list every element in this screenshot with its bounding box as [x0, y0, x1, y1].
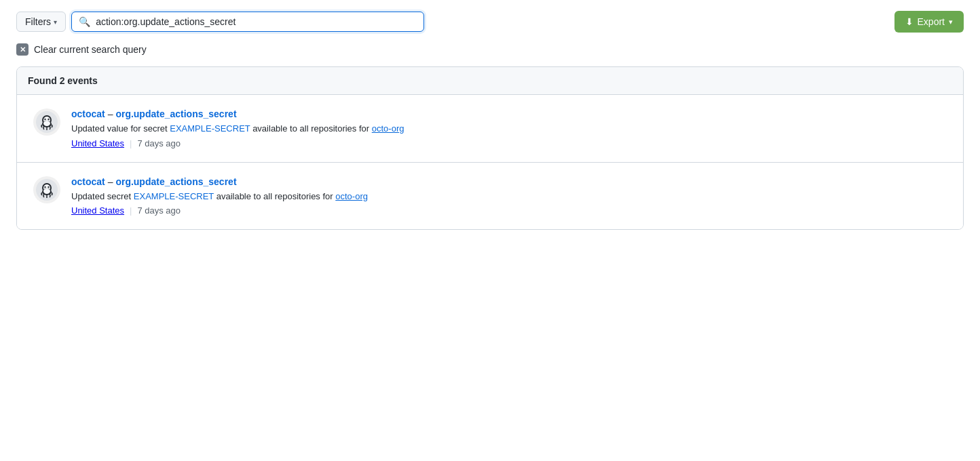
event-desc-pre: Updated secret: [71, 191, 131, 201]
event-secret-name: EXAMPLE-SECRET: [170, 123, 250, 134]
event-org-link[interactable]: octo-org: [372, 123, 404, 134]
results-summary: Found 2 events: [28, 75, 98, 86]
results-header: Found 2 events: [17, 67, 963, 95]
event-user-link[interactable]: octocat: [71, 108, 105, 119]
search-wrapper: 🔍: [71, 12, 424, 32]
event-content: octocat – org.update_actions_secret Upda…: [71, 176, 947, 216]
export-chevron-icon: ▾: [949, 18, 953, 26]
event-desc-mid: available to all repositories for: [216, 191, 333, 201]
filters-label: Filters: [25, 16, 51, 27]
event-user-link[interactable]: octocat: [71, 176, 105, 187]
event-title: octocat – org.update_actions_secret: [71, 108, 947, 119]
event-description: Updated secret EXAMPLE-SECRET available …: [71, 190, 947, 203]
event-dash: –: [108, 176, 116, 187]
event-time: 7 days ago: [137, 138, 181, 148]
export-label: Export: [918, 16, 945, 27]
clear-badge-icon: ✕: [16, 43, 29, 56]
event-item: octocat – org.update_actions_secret Upda…: [17, 163, 963, 230]
export-button[interactable]: ⬇ Export ▾: [894, 11, 964, 33]
avatar: [33, 176, 60, 203]
meta-separator: |: [130, 138, 132, 148]
svg-point-11: [44, 186, 45, 187]
event-dash: –: [108, 108, 116, 119]
event-location-link[interactable]: United States: [71, 138, 124, 148]
filters-chevron-icon: ▾: [54, 18, 57, 26]
event-meta: United States | 7 days ago: [71, 138, 947, 148]
event-action-link[interactable]: org.update_actions_secret: [115, 108, 236, 119]
event-desc-mid: available to all repositories for: [252, 123, 369, 134]
event-desc-pre: Updated value for secret: [71, 123, 168, 134]
clear-search-row[interactable]: ✕ Clear current search query: [16, 43, 964, 56]
event-org-link[interactable]: octo-org: [335, 191, 368, 201]
svg-point-12: [48, 186, 49, 187]
event-time: 7 days ago: [137, 205, 181, 216]
event-description: Updated value for secret EXAMPLE-SECRET …: [71, 122, 947, 136]
results-container: Found 2 events: [16, 66, 964, 230]
event-secret-name: EXAMPLE-SECRET: [134, 191, 214, 201]
export-icon: ⬇: [905, 16, 913, 27]
avatar: [33, 108, 60, 136]
svg-point-3: [44, 119, 45, 120]
search-icon: 🔍: [79, 16, 90, 27]
toolbar: Filters ▾ 🔍 ⬇ Export ▾: [16, 11, 964, 33]
event-action-link[interactable]: org.update_actions_secret: [115, 176, 236, 187]
event-content: octocat – org.update_actions_secret Upda…: [71, 108, 947, 148]
svg-point-7: [43, 121, 50, 126]
svg-point-15: [43, 188, 50, 194]
event-title: octocat – org.update_actions_secret: [71, 176, 947, 187]
svg-point-4: [48, 119, 49, 120]
filters-button[interactable]: Filters ▾: [16, 12, 66, 32]
event-item: octocat – org.update_actions_secret Upda…: [17, 95, 963, 163]
clear-search-label: Clear current search query: [34, 44, 147, 55]
event-location-link[interactable]: United States: [71, 205, 124, 216]
meta-separator: |: [130, 205, 132, 216]
event-meta: United States | 7 days ago: [71, 205, 947, 216]
search-input[interactable]: [96, 16, 417, 27]
